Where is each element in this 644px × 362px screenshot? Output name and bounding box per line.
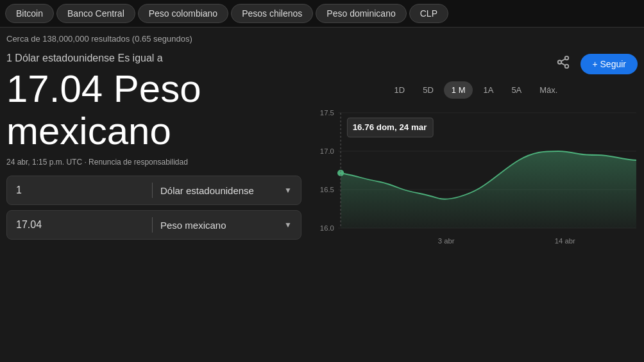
svg-text:17.0: 17.0: [320, 147, 334, 155]
results-info: Cerca de 138,000,000 resultados (0.65 se…: [0, 28, 644, 46]
share-button[interactable]: [554, 53, 573, 75]
period-tabs: 1D5D1 M1A5AMáx.: [314, 81, 638, 99]
follow-button-label: + Seguir: [592, 59, 626, 69]
period-tab-5a[interactable]: 5A: [504, 81, 529, 99]
from-converter-box: Dólar estadounidense ▼: [6, 176, 301, 205]
tab-pesos-chilenos[interactable]: Pesos chilenos: [231, 4, 313, 23]
main-content: 1 Dólar estadounidense Es igual a 17.04 …: [0, 46, 644, 267]
conversion-result-line2: mexicano: [6, 110, 171, 152]
svg-text:14 abr: 14 abr: [555, 237, 575, 245]
to-currency-arrow: ▼: [284, 220, 292, 229]
to-currency-label: Peso mexicano: [160, 220, 226, 231]
to-currency-select[interactable]: Peso mexicano ▼: [160, 220, 292, 231]
svg-text:16.0: 16.0: [320, 224, 334, 232]
period-tab-max[interactable]: Máx.: [532, 81, 565, 99]
timestamp-text: 24 abr, 1:15 p.m. UTC · Renuncia de resp…: [6, 158, 188, 167]
conversion-result-line1: 17.04 Peso: [6, 67, 201, 110]
results-count: Cerca de 138,000,000 resultados (0.65 se…: [6, 34, 192, 44]
right-actions: + Seguir: [314, 53, 638, 75]
from-currency-label: Dólar estadounidense: [160, 185, 254, 196]
tab-peso-dominicano[interactable]: Peso dominicano: [316, 4, 406, 23]
conversion-result: 17.04 Peso mexicano: [6, 68, 301, 152]
chart-area: 17.5 17.0 16.5 16.0: [314, 104, 638, 260]
top-tabs: BitcoinBanco CentralPeso colombianoPesos…: [0, 0, 644, 28]
converter-divider-1: [152, 183, 153, 198]
period-tab-1d[interactable]: 1D: [387, 81, 413, 99]
period-tab-1a[interactable]: 1A: [475, 81, 501, 99]
converter-divider-2: [152, 217, 153, 233]
svg-text:16.76  dom, 24 mar: 16.76 dom, 24 mar: [353, 122, 427, 132]
conversion-label: 1 Dólar estadounidense Es igual a: [6, 53, 301, 64]
right-panel: + Seguir 1D5D1 M1A5AMáx. 17.5 17.0 16.5 …: [314, 53, 638, 260]
tab-clp[interactable]: CLP: [409, 4, 448, 23]
to-amount-input[interactable]: [16, 219, 144, 231]
from-currency-arrow: ▼: [284, 186, 292, 195]
svg-text:16.5: 16.5: [320, 186, 334, 193]
from-amount-input[interactable]: [16, 185, 144, 196]
timestamp: 24 abr, 1:15 p.m. UTC · Renuncia de resp…: [6, 158, 301, 167]
left-panel: 1 Dólar estadounidense Es igual a 17.04 …: [6, 53, 301, 260]
period-tab-1m[interactable]: 1 M: [444, 81, 473, 99]
svg-text:17.5: 17.5: [320, 109, 334, 117]
tab-banco-central[interactable]: Banco Central: [56, 4, 135, 23]
from-currency-select[interactable]: Dólar estadounidense ▼: [160, 185, 292, 196]
to-converter-box: Peso mexicano ▼: [6, 210, 301, 240]
tab-bitcoin[interactable]: Bitcoin: [5, 4, 54, 23]
svg-line-3: [561, 63, 565, 65]
svg-text:3 abr: 3 abr: [438, 237, 455, 245]
chart-svg: 17.5 17.0 16.5 16.0: [314, 104, 638, 258]
tab-peso-colombiano[interactable]: Peso colombiano: [138, 4, 228, 23]
period-tab-5d[interactable]: 5D: [415, 81, 441, 99]
svg-line-4: [561, 59, 565, 62]
follow-button[interactable]: + Seguir: [580, 54, 638, 74]
